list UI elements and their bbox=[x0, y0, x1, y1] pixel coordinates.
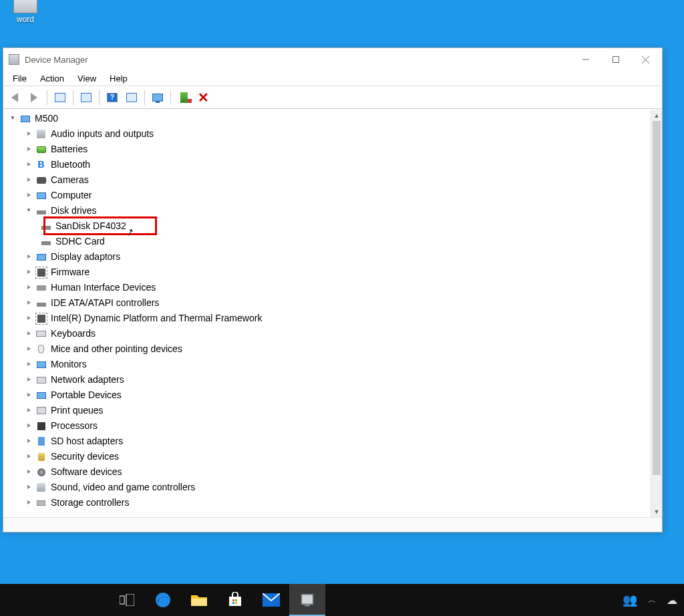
add-hardware-button[interactable] bbox=[175, 89, 192, 106]
scroll-thumb[interactable] bbox=[653, 121, 661, 475]
close-button[interactable] bbox=[631, 49, 661, 69]
expand-icon[interactable] bbox=[23, 482, 34, 493]
expand-icon[interactable] bbox=[23, 452, 34, 462]
taskbar-device-manager[interactable] bbox=[289, 584, 325, 616]
hid-icon bbox=[35, 283, 47, 293]
tree-item-display-adaptors[interactable]: Display adaptors bbox=[5, 249, 651, 265]
tree-item-audio-inputs-and-outputs[interactable]: Audio inputs and outputs bbox=[5, 126, 651, 142]
tree-item-bluetooth[interactable]: BBluetooth bbox=[5, 157, 651, 172]
minimize-button[interactable] bbox=[570, 49, 601, 69]
desktop-shortcut[interactable]: word bbox=[5, 0, 45, 24]
collapse-icon[interactable] bbox=[23, 206, 34, 216]
taskbar-store[interactable] bbox=[217, 584, 253, 616]
collapse-icon[interactable] bbox=[7, 114, 18, 124]
expand-icon[interactable] bbox=[23, 390, 34, 401]
tree-item-disk-drives[interactable]: Disk drives bbox=[5, 203, 651, 218]
taskbar[interactable]: 👥 ︿ ☁ bbox=[0, 584, 684, 616]
separator bbox=[99, 90, 100, 105]
tree-item-keyboards[interactable]: Keyboards bbox=[5, 326, 651, 341]
app-icon bbox=[13, 0, 37, 13]
expand-icon[interactable] bbox=[23, 144, 34, 155]
expand-icon[interactable] bbox=[23, 498, 34, 508]
tree-item-portable-devices[interactable]: Portable Devices bbox=[5, 388, 651, 403]
expand-icon[interactable] bbox=[23, 160, 34, 170]
expand-icon[interactable] bbox=[23, 175, 34, 186]
content-area: M500Audio inputs and outputsBatteriesBBl… bbox=[3, 109, 662, 517]
expand-icon[interactable] bbox=[23, 267, 34, 278]
forward-button[interactable] bbox=[25, 89, 43, 106]
add-hardware-icon bbox=[180, 92, 188, 103]
tree-item-label: Firmware bbox=[51, 265, 90, 280]
properties-button[interactable] bbox=[77, 89, 95, 106]
expand-icon[interactable] bbox=[23, 190, 34, 201]
uninstall-button[interactable]: ✕ bbox=[194, 89, 212, 106]
scan-hardware-button[interactable] bbox=[149, 89, 166, 106]
edge-icon bbox=[154, 591, 172, 609]
tree-item-label: Storage controllers bbox=[51, 496, 130, 510]
tree-item-software-devices[interactable]: Software devices bbox=[5, 464, 651, 480]
separator bbox=[170, 90, 171, 105]
expand-icon[interactable] bbox=[23, 329, 34, 339]
tree-item-sandisk-df4032[interactable]: SanDisk DF4032 bbox=[5, 218, 651, 234]
tree-item-sd-host-adapters[interactable]: SD host adapters bbox=[5, 434, 651, 449]
tree-item-monitors[interactable]: Monitors bbox=[5, 357, 651, 372]
help-button[interactable] bbox=[104, 89, 121, 106]
taskbar-file-explorer[interactable] bbox=[181, 584, 217, 616]
tree-item-batteries[interactable]: Batteries bbox=[5, 142, 651, 157]
show-hidden-button[interactable] bbox=[51, 89, 69, 106]
computer-icon bbox=[19, 114, 31, 124]
tree-item-processors[interactable]: Processors bbox=[5, 418, 651, 434]
tree-item-mice-and-other-pointing-devices[interactable]: Mice and other pointing devices bbox=[5, 341, 651, 357]
tree-item-human-interface-devices[interactable]: Human Interface Devices bbox=[5, 280, 651, 295]
update-driver-button[interactable] bbox=[123, 89, 140, 106]
expand-icon[interactable] bbox=[23, 467, 34, 478]
expand-icon[interactable] bbox=[23, 283, 34, 293]
expand-icon[interactable] bbox=[23, 252, 34, 263]
expand-icon[interactable] bbox=[23, 344, 34, 355]
expand-icon[interactable] bbox=[23, 359, 34, 370]
display-icon bbox=[35, 252, 47, 263]
expand-icon[interactable] bbox=[23, 406, 34, 416]
tree-item-sound-video-and-game-controllers[interactable]: Sound, video and game controllers bbox=[5, 480, 651, 495]
desktop-shortcut-label: word bbox=[5, 15, 45, 24]
expand-icon[interactable] bbox=[23, 313, 34, 324]
svg-rect-10 bbox=[235, 599, 237, 601]
scroll-up-arrow-icon[interactable]: ▲ bbox=[651, 110, 662, 121]
scroll-track[interactable] bbox=[651, 121, 662, 506]
tree-item-cameras[interactable]: Cameras bbox=[5, 172, 651, 188]
back-button[interactable] bbox=[6, 89, 23, 106]
scroll-down-arrow-icon[interactable]: ▼ bbox=[651, 506, 662, 517]
menu-file[interactable]: File bbox=[6, 72, 33, 85]
expand-icon[interactable] bbox=[23, 421, 34, 432]
menu-help[interactable]: Help bbox=[103, 72, 134, 85]
tree-item-network-adapters[interactable]: Network adapters bbox=[5, 372, 651, 388]
tree-root[interactable]: M500 bbox=[5, 111, 651, 126]
tree-item-intel-r-dynamic-platform-and-thermal-framework[interactable]: Intel(R) Dynamic Platform and Thermal Fr… bbox=[5, 311, 651, 326]
tree-item-label: Mice and other pointing devices bbox=[51, 342, 182, 357]
onedrive-icon[interactable]: ☁ bbox=[667, 594, 677, 607]
expand-icon[interactable] bbox=[23, 436, 34, 447]
menu-view[interactable]: View bbox=[71, 72, 103, 85]
tree-item-storage-controllers[interactable]: Storage controllers bbox=[5, 495, 651, 510]
taskbar-edge[interactable] bbox=[145, 584, 181, 616]
tree-item-sdhc-card[interactable]: SDHC Card bbox=[5, 234, 651, 249]
titlebar[interactable]: Device Manager bbox=[3, 48, 662, 71]
tree-item-security-devices[interactable]: Security devices bbox=[5, 449, 651, 464]
people-icon[interactable]: 👥 bbox=[623, 593, 637, 607]
disk-icon bbox=[39, 221, 52, 232]
expand-icon[interactable] bbox=[23, 375, 34, 386]
tree-item-ide-ata-atapi-controllers[interactable]: IDE ATA/ATAPI controllers bbox=[5, 295, 651, 311]
tray-chevron-up-icon[interactable]: ︿ bbox=[648, 595, 656, 606]
maximize-button[interactable] bbox=[601, 49, 631, 69]
menu-action[interactable]: Action bbox=[33, 72, 71, 85]
taskbar-spacer bbox=[325, 584, 623, 616]
expand-icon[interactable] bbox=[23, 298, 34, 309]
tree-item-firmware[interactable]: Firmware bbox=[5, 265, 651, 280]
taskbar-task-view[interactable] bbox=[109, 584, 145, 616]
tree-item-print-queues[interactable]: Print queues bbox=[5, 403, 651, 418]
taskbar-mail[interactable] bbox=[253, 584, 289, 616]
vertical-scrollbar[interactable]: ▲ ▼ bbox=[651, 110, 662, 517]
expand-icon[interactable] bbox=[23, 129, 34, 140]
tree-item-computer[interactable]: Computer bbox=[5, 188, 651, 203]
device-tree[interactable]: M500Audio inputs and outputsBatteriesBBl… bbox=[3, 110, 651, 517]
